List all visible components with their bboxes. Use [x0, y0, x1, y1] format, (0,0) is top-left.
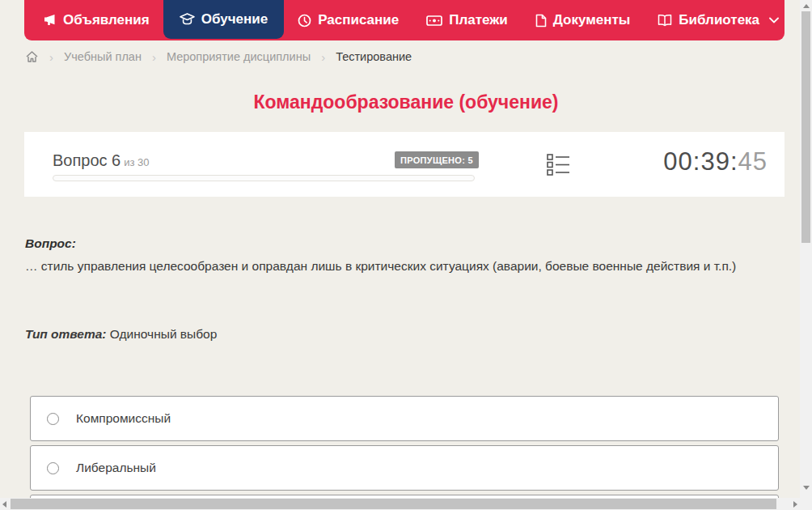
timer-seconds: 45 [738, 147, 768, 176]
radio-button[interactable] [47, 413, 59, 425]
horizontal-scrollbar-thumb[interactable] [11, 499, 776, 509]
answer-options: Компромиссный Либеральный [30, 396, 779, 510]
nav-item-label: Платежи [449, 12, 508, 28]
nav-item-label: Документы [553, 12, 631, 28]
scrollbar-corner [800, 498, 812, 510]
nav-item-announcements[interactable]: Объявления [29, 0, 163, 40]
nav-item-label: Обучение [201, 11, 268, 28]
horizontal-scrollbar[interactable] [0, 498, 800, 510]
timer-main: 00:39: [663, 147, 738, 176]
chevron-right-icon: › [49, 51, 53, 63]
question-list-icon[interactable] [547, 154, 570, 179]
vertical-scrollbar-thumb[interactable] [801, 11, 810, 243]
graduation-cap-icon [180, 13, 195, 27]
radio-button[interactable] [47, 462, 59, 474]
option-label: Компромиссный [76, 411, 171, 426]
answer-type-label: Тип ответа: [25, 327, 107, 341]
question-number-label: Вопрос 6 [53, 151, 121, 169]
answer-type-line: Тип ответа: Одиночный выбор [25, 327, 217, 342]
option-label: Либеральный [76, 461, 156, 475]
question-panel: Вопрос 6из 30 ПРОПУЩЕНО: 5 00:39:45 [24, 132, 785, 197]
question-prompt-label: Вопрос: [25, 236, 76, 251]
book-icon [658, 14, 672, 27]
chevron-right-icon: › [152, 51, 156, 63]
nav-item-library[interactable]: Библиотека [644, 0, 793, 40]
nav-item-documents[interactable]: Документы [522, 0, 645, 40]
question-total-label: из 30 [124, 156, 149, 168]
breadcrumb-item-study-plan[interactable]: Учебный план [64, 50, 142, 63]
question-number: Вопрос 6из 30 [53, 151, 150, 170]
chevron-right-icon: › [321, 51, 325, 63]
scroll-up-arrow-icon[interactable] [803, 4, 810, 8]
answer-option-compromise[interactable]: Компромиссный [30, 396, 779, 441]
skipped-badge: ПРОПУЩЕНО: 5 [395, 151, 479, 168]
answer-type-value: Одиночный выбор [110, 327, 218, 341]
page-title: Командообразование (обучение) [0, 91, 812, 113]
breadcrumb: › Учебный план › Мероприятие дисциплины … [25, 50, 412, 63]
top-navbar: Объявления Обучение Расписание [24, 0, 785, 40]
nav-item-label: Библиотека [679, 12, 759, 28]
clock-icon [298, 14, 311, 28]
timer: 00:39:45 [663, 147, 768, 176]
question-text: … стиль управления целесообразен и оправ… [25, 256, 782, 277]
scroll-right-arrow-icon[interactable] [793, 501, 797, 508]
chevron-down-icon [769, 17, 779, 23]
progress-bar [53, 175, 475, 181]
megaphone-icon [43, 14, 57, 27]
home-icon[interactable] [25, 50, 39, 63]
scroll-left-arrow-icon[interactable] [2, 501, 6, 508]
breadcrumb-item-testing: Тестирование [336, 50, 412, 63]
nav-item-label: Расписание [318, 12, 399, 28]
nav-item-label: Объявления [63, 12, 150, 28]
vertical-scrollbar[interactable] [800, 0, 812, 510]
answer-option-liberal[interactable]: Либеральный [30, 445, 779, 491]
scroll-down-arrow-icon[interactable] [803, 486, 810, 490]
document-icon [535, 14, 547, 28]
cash-icon [426, 15, 442, 27]
breadcrumb-item-discipline-event[interactable]: Мероприятие дисциплины [167, 50, 311, 63]
nav-item-schedule[interactable]: Расписание [284, 0, 412, 40]
nav-item-learning[interactable]: Обучение [163, 0, 284, 39]
nav-item-payments[interactable]: Платежи [412, 0, 522, 40]
